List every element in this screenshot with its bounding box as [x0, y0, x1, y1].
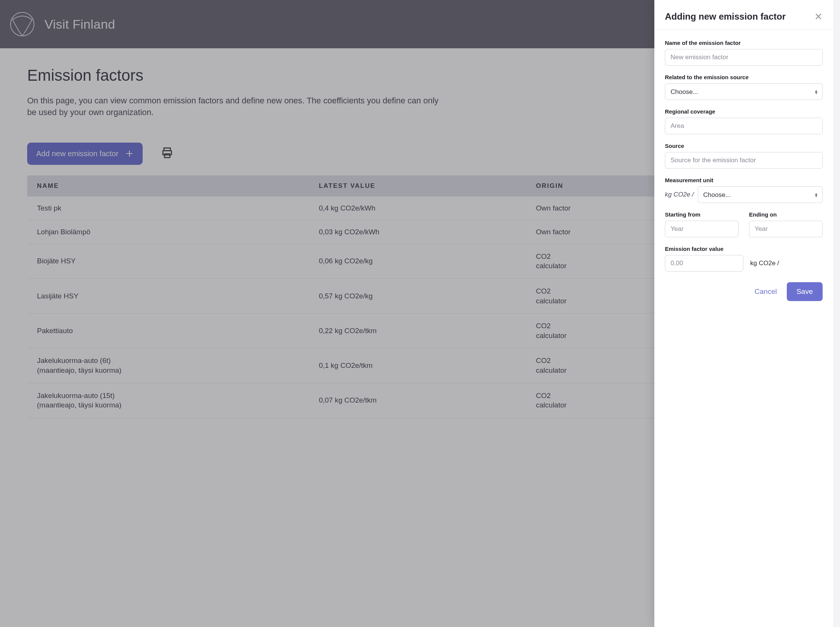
- source-label: Source: [665, 143, 823, 149]
- start-label: Starting from: [665, 211, 739, 218]
- unit-select[interactable]: Choose...: [698, 186, 823, 203]
- unit-label: Measurement unit: [665, 177, 823, 183]
- value-input[interactable]: [665, 255, 743, 272]
- name-input[interactable]: [665, 49, 823, 66]
- cancel-button[interactable]: Cancel: [755, 287, 777, 296]
- source-input[interactable]: [665, 152, 823, 169]
- value-label: Emission factor value: [665, 246, 823, 252]
- region-label: Regional coverage: [665, 108, 823, 115]
- drawer-title: Adding new emission factor: [665, 11, 786, 22]
- related-label: Related to the emission source: [665, 74, 823, 80]
- drawer-header: Adding new emission factor ✕: [654, 0, 833, 30]
- drawer-body: Name of the emission factor Related to t…: [654, 30, 833, 627]
- unit-prefix: kg CO2e /: [665, 191, 694, 198]
- close-button[interactable]: ✕: [814, 12, 823, 22]
- start-input[interactable]: [665, 221, 739, 237]
- name-label: Name of the emission factor: [665, 39, 823, 46]
- close-icon: ✕: [814, 11, 823, 22]
- add-factor-drawer: Adding new emission factor ✕ Name of the…: [654, 0, 840, 627]
- drawer-actions: Cancel Save: [665, 282, 823, 301]
- end-input[interactable]: [749, 221, 823, 237]
- related-select[interactable]: Choose...: [665, 83, 823, 100]
- save-button[interactable]: Save: [787, 282, 823, 301]
- end-label: Ending on: [749, 211, 823, 218]
- value-suffix: kg CO2e /: [750, 260, 779, 267]
- region-input[interactable]: [665, 118, 823, 134]
